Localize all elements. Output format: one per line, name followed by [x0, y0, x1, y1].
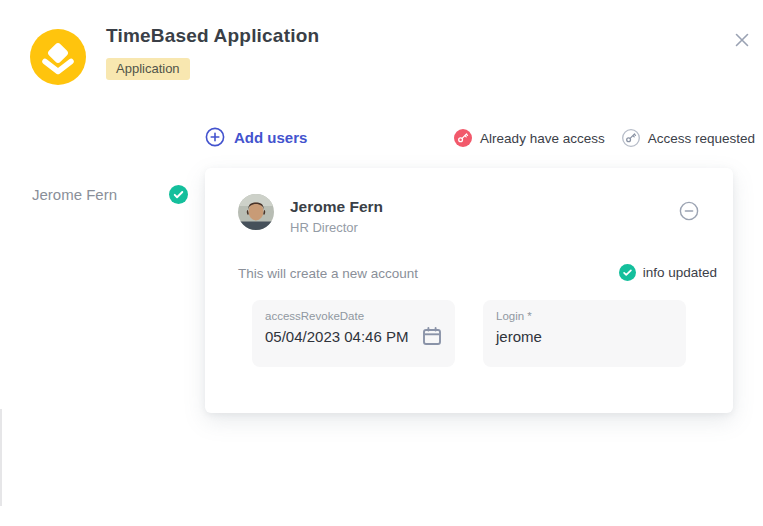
app-logo-layers-icon	[30, 29, 86, 85]
field-label: Login *	[496, 310, 532, 322]
application-type-badge: Application	[106, 58, 190, 80]
add-users-label: Add users	[234, 129, 307, 146]
remove-user-minus-circle-icon[interactable]	[679, 201, 699, 221]
access-revoke-date-field[interactable]: accessRevokeDate 05/04/2023 04:46 PM	[252, 300, 455, 367]
check-circle-icon	[169, 185, 188, 204]
key-icon	[454, 129, 472, 147]
card-user-role: HR Director	[290, 220, 358, 235]
page-title: TimeBased Application	[106, 25, 319, 47]
user-list-item-name: Jerome Fern	[32, 186, 117, 203]
add-users-button[interactable]: Add users	[205, 127, 307, 147]
calendar-icon[interactable]	[421, 325, 443, 347]
key-icon	[622, 129, 640, 147]
card-fields: accessRevokeDate 05/04/2023 04:46 PM Log…	[252, 300, 686, 367]
field-value: jerome	[496, 328, 542, 345]
legend-already-have-access: Already have access	[454, 129, 605, 147]
plus-circle-icon	[205, 127, 225, 147]
field-label: accessRevokeDate	[265, 310, 364, 322]
card-user-name: Jerome Fern	[290, 198, 383, 216]
legend-label: Already have access	[480, 131, 605, 146]
login-field[interactable]: Login * jerome	[483, 300, 686, 367]
close-icon[interactable]	[732, 30, 752, 50]
user-card: Jerome Fern HR Director This will create…	[205, 168, 733, 413]
legend-label: Access requested	[648, 131, 755, 146]
info-updated-status: info updated	[619, 264, 717, 281]
avatar	[238, 194, 274, 230]
status-label: info updated	[643, 265, 717, 280]
new-account-note: This will create a new account	[238, 266, 418, 281]
timebased-application-dialog: TimeBased Application Application Add us…	[0, 0, 763, 526]
check-circle-icon	[619, 264, 636, 281]
legend-access-requested: Access requested	[622, 129, 755, 147]
panel-edge-divider	[0, 409, 2, 506]
access-legend: Already have access Access requested	[454, 129, 755, 147]
field-value: 05/04/2023 04:46 PM	[265, 328, 408, 345]
user-list-item[interactable]: Jerome Fern	[32, 185, 188, 204]
